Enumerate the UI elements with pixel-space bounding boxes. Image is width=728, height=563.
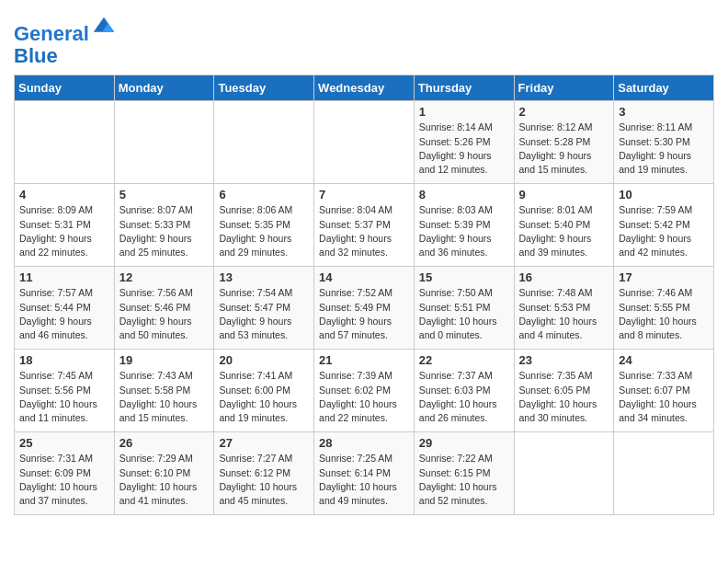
calendar-week-row: 4Sunrise: 8:09 AM Sunset: 5:31 PM Daylig…	[15, 184, 714, 267]
calendar-cell: 9Sunrise: 8:01 AM Sunset: 5:40 PM Daylig…	[514, 184, 614, 267]
calendar-week-row: 11Sunrise: 7:57 AM Sunset: 5:44 PM Dayli…	[15, 267, 714, 350]
day-info: Sunrise: 7:57 AM Sunset: 5:44 PM Dayligh…	[19, 286, 109, 342]
day-number: 4	[19, 188, 109, 201]
day-info: Sunrise: 7:45 AM Sunset: 5:56 PM Dayligh…	[19, 369, 109, 425]
calendar-cell: 13Sunrise: 7:54 AM Sunset: 5:47 PM Dayli…	[214, 267, 314, 350]
calendar-cell: 16Sunrise: 7:48 AM Sunset: 5:53 PM Dayli…	[514, 267, 614, 350]
day-number: 13	[219, 270, 309, 284]
day-number: 1	[419, 105, 509, 119]
day-info: Sunrise: 7:25 AM Sunset: 6:14 PM Dayligh…	[319, 452, 409, 508]
day-number: 6	[219, 188, 309, 201]
logo-icon	[91, 15, 117, 40]
day-info: Sunrise: 8:03 AM Sunset: 5:39 PM Dayligh…	[419, 203, 509, 259]
day-number: 24	[619, 353, 709, 367]
day-info: Sunrise: 7:59 AM Sunset: 5:42 PM Dayligh…	[619, 203, 709, 259]
day-info: Sunrise: 7:43 AM Sunset: 5:58 PM Dayligh…	[119, 369, 210, 425]
day-info: Sunrise: 7:46 AM Sunset: 5:55 PM Dayligh…	[619, 286, 709, 342]
calendar-table: SundayMondayTuesdayWednesdayThursdayFrid…	[14, 75, 714, 515]
calendar-cell: 4Sunrise: 8:09 AM Sunset: 5:31 PM Daylig…	[15, 184, 115, 267]
day-info: Sunrise: 8:14 AM Sunset: 5:26 PM Dayligh…	[419, 121, 509, 177]
day-number: 15	[419, 270, 509, 284]
calendar-week-row: 1Sunrise: 8:14 AM Sunset: 5:26 PM Daylig…	[15, 101, 714, 184]
calendar-cell: 12Sunrise: 7:56 AM Sunset: 5:46 PM Dayli…	[114, 267, 214, 350]
day-number: 2	[519, 105, 609, 119]
weekday-header: Monday	[114, 75, 214, 101]
day-number: 12	[119, 270, 210, 284]
day-info: Sunrise: 8:11 AM Sunset: 5:30 PM Dayligh…	[619, 121, 709, 177]
calendar-cell: 19Sunrise: 7:43 AM Sunset: 5:58 PM Dayli…	[114, 350, 214, 432]
day-info: Sunrise: 8:04 AM Sunset: 5:37 PM Dayligh…	[319, 203, 409, 259]
day-number: 11	[19, 270, 109, 284]
day-number: 5	[119, 188, 210, 201]
calendar-cell: 1Sunrise: 8:14 AM Sunset: 5:26 PM Daylig…	[414, 101, 514, 184]
day-info: Sunrise: 8:01 AM Sunset: 5:40 PM Dayligh…	[519, 203, 609, 259]
day-number: 20	[219, 353, 309, 367]
day-number: 23	[519, 353, 609, 367]
logo-general: General	[14, 22, 89, 45]
day-number: 7	[319, 188, 409, 201]
calendar-cell: 26Sunrise: 7:29 AM Sunset: 6:10 PM Dayli…	[114, 432, 214, 515]
weekday-header: Friday	[514, 75, 614, 101]
calendar-cell: 7Sunrise: 8:04 AM Sunset: 5:37 PM Daylig…	[314, 184, 415, 267]
weekday-header: Sunday	[15, 75, 115, 101]
day-number: 18	[19, 353, 109, 367]
day-info: Sunrise: 7:29 AM Sunset: 6:10 PM Dayligh…	[119, 452, 210, 508]
calendar-cell: 22Sunrise: 7:37 AM Sunset: 6:03 PM Dayli…	[414, 350, 514, 432]
day-info: Sunrise: 7:48 AM Sunset: 5:53 PM Dayligh…	[519, 286, 609, 342]
calendar-week-row: 25Sunrise: 7:31 AM Sunset: 6:09 PM Dayli…	[15, 432, 714, 515]
calendar-cell: 21Sunrise: 7:39 AM Sunset: 6:02 PM Dayli…	[314, 350, 415, 432]
calendar-cell: 14Sunrise: 7:52 AM Sunset: 5:49 PM Dayli…	[314, 267, 415, 350]
day-info: Sunrise: 7:56 AM Sunset: 5:46 PM Dayligh…	[119, 286, 210, 342]
calendar-header: SundayMondayTuesdayWednesdayThursdayFrid…	[15, 75, 714, 101]
calendar-cell: 3Sunrise: 8:11 AM Sunset: 5:30 PM Daylig…	[614, 101, 714, 184]
calendar-cell: 2Sunrise: 8:12 AM Sunset: 5:28 PM Daylig…	[514, 101, 614, 184]
day-info: Sunrise: 7:37 AM Sunset: 6:03 PM Dayligh…	[419, 369, 509, 425]
day-number: 19	[119, 353, 210, 367]
day-number: 10	[619, 188, 709, 201]
calendar-cell: 10Sunrise: 7:59 AM Sunset: 5:42 PM Dayli…	[614, 184, 714, 267]
calendar-cell	[114, 101, 214, 184]
calendar-cell: 11Sunrise: 7:57 AM Sunset: 5:44 PM Dayli…	[15, 267, 115, 350]
calendar-cell: 23Sunrise: 7:35 AM Sunset: 6:05 PM Dayli…	[514, 350, 614, 432]
day-number: 17	[619, 270, 709, 284]
calendar-cell	[514, 432, 614, 515]
day-number: 22	[419, 353, 509, 367]
calendar-cell: 27Sunrise: 7:27 AM Sunset: 6:12 PM Dayli…	[214, 432, 314, 515]
calendar-cell: 29Sunrise: 7:22 AM Sunset: 6:15 PM Dayli…	[414, 432, 514, 515]
calendar-cell: 15Sunrise: 7:50 AM Sunset: 5:51 PM Dayli…	[414, 267, 514, 350]
day-info: Sunrise: 8:09 AM Sunset: 5:31 PM Dayligh…	[19, 203, 109, 259]
day-info: Sunrise: 7:35 AM Sunset: 6:05 PM Dayligh…	[519, 369, 609, 425]
day-number: 25	[19, 436, 109, 450]
calendar-cell: 5Sunrise: 8:07 AM Sunset: 5:33 PM Daylig…	[114, 184, 214, 267]
day-number: 16	[519, 270, 609, 284]
calendar-cell: 28Sunrise: 7:25 AM Sunset: 6:14 PM Dayli…	[314, 432, 415, 515]
day-info: Sunrise: 7:41 AM Sunset: 6:00 PM Dayligh…	[219, 369, 309, 425]
header-row: SundayMondayTuesdayWednesdayThursdayFrid…	[15, 75, 714, 101]
weekday-header: Thursday	[414, 75, 514, 101]
weekday-header: Tuesday	[214, 75, 314, 101]
day-number: 8	[419, 188, 509, 201]
calendar-cell: 18Sunrise: 7:45 AM Sunset: 5:56 PM Dayli…	[15, 350, 115, 432]
calendar-cell	[214, 101, 314, 184]
calendar-cell: 25Sunrise: 7:31 AM Sunset: 6:09 PM Dayli…	[15, 432, 115, 515]
day-info: Sunrise: 7:27 AM Sunset: 6:12 PM Dayligh…	[219, 452, 309, 508]
day-info: Sunrise: 7:31 AM Sunset: 6:09 PM Dayligh…	[19, 452, 109, 508]
day-number: 29	[419, 436, 509, 450]
day-info: Sunrise: 7:33 AM Sunset: 6:07 PM Dayligh…	[619, 369, 709, 425]
logo-text: General Blue	[14, 15, 117, 67]
day-number: 26	[119, 436, 210, 450]
day-number: 3	[619, 105, 709, 119]
calendar-cell: 6Sunrise: 8:06 AM Sunset: 5:35 PM Daylig…	[214, 184, 314, 267]
calendar-body: 1Sunrise: 8:14 AM Sunset: 5:26 PM Daylig…	[15, 101, 714, 515]
day-info: Sunrise: 7:39 AM Sunset: 6:02 PM Dayligh…	[319, 369, 409, 425]
day-info: Sunrise: 8:07 AM Sunset: 5:33 PM Dayligh…	[119, 203, 210, 259]
day-number: 14	[319, 270, 409, 284]
calendar-week-row: 18Sunrise: 7:45 AM Sunset: 5:56 PM Dayli…	[15, 350, 714, 432]
day-number: 21	[319, 353, 409, 367]
calendar-cell: 8Sunrise: 8:03 AM Sunset: 5:39 PM Daylig…	[414, 184, 514, 267]
day-number: 28	[319, 436, 409, 450]
logo-blue: Blue	[14, 44, 58, 67]
day-info: Sunrise: 7:54 AM Sunset: 5:47 PM Dayligh…	[219, 286, 309, 342]
day-info: Sunrise: 7:50 AM Sunset: 5:51 PM Dayligh…	[419, 286, 509, 342]
calendar-cell	[15, 101, 115, 184]
